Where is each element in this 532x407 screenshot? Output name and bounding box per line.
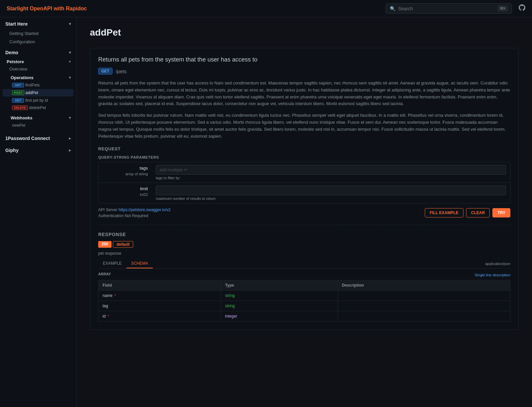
search-icon: 🔍 [390,6,396,11]
single-line-description-link[interactable]: Single line description [475,273,510,277]
chevron-down-icon-operations: ▾ [69,75,71,80]
sidebar-section-demo[interactable]: Demo ▾ [0,46,76,58]
delete-badge: DELETE [12,105,28,110]
layout: Start Here ▾ Getting Started Configurati… [0,17,532,407]
try-button[interactable]: TRY [492,208,510,217]
schema-type-name: string [221,291,338,301]
sidebar-op-findPetById[interactable]: GET find pet by id [0,97,76,104]
schema-desc-name [338,291,510,301]
schema-row-tag: tag string [99,301,510,311]
post-badge: POST [12,90,24,95]
chevron-right-icon-giphy: ▸ [69,148,71,153]
sidebar-section-giphy[interactable]: Giphy ▸ [0,144,76,156]
get-badge-2: GET [12,98,24,103]
auth-label: Authentication [98,213,125,218]
response-tabs: EXAMPLE SCHEMA [98,259,153,268]
sidebar-item-configuration[interactable]: Configuration [0,38,76,46]
schema-col-type: Type [221,280,338,291]
param-name-tags: tags [103,166,148,171]
api-server-url[interactable]: https://petstore.swagger.io/v2 [119,207,170,212]
sidebar-op-deletePet[interactable]: DELETE deletePet [0,104,76,111]
endpoint-method-badge: GET [98,68,113,74]
sidebar-item-petstore[interactable]: Petstore ▾ [0,58,76,65]
schema-col-description: Description [338,280,510,291]
tab-schema[interactable]: SCHEMA [127,259,153,268]
param-row-tags: tags array of string tags to filter by [99,162,510,183]
response-status-badges: 200 default [98,241,510,248]
sidebar: Start Here ▾ Getting Started Configurati… [0,17,77,407]
sidebar-item-overview[interactable]: Overview [0,65,76,73]
endpoint-path: /pets [116,68,127,74]
param-row-limit: limit int32 maximum number of results to… [99,183,510,203]
header: Starlight OpenAPI with Rapidoc 🔍 ⌘K [0,0,532,17]
status-badge-200[interactable]: 200 [98,241,112,248]
schema-field-tag: tag [99,301,221,311]
search-input[interactable] [398,6,495,11]
sidebar-op-findPets[interactable]: GET findPets [0,81,76,89]
sidebar-webhook-newPet[interactable]: newPet [0,122,76,129]
chevron-right-icon-1password: ▸ [69,136,71,141]
sidebar-section-start-here-label: Start Here [5,21,28,27]
sidebar-section-start-here[interactable]: Start Here ▾ [0,17,76,29]
get-badge: GET [12,83,24,87]
request-section-title: REQUEST [98,146,510,151]
schema-desc-id [338,311,510,322]
clear-button[interactable]: CLEAR [466,208,490,217]
schema-field-name: name * [99,291,221,301]
search-bar[interactable]: 🔍 ⌘K [386,3,512,14]
status-badge-default[interactable]: default [113,241,133,248]
response-section-title: RESPONSE [98,232,510,237]
section-heading: Returns all pets from the system that th… [98,56,510,63]
param-hint-limit: maximum number of results to return [156,197,506,201]
endpoint-row: GET /pets [98,68,510,74]
chevron-down-icon-webhooks: ▾ [69,116,71,120]
api-section-card: Returns all pets from the system that th… [90,48,519,330]
sidebar-section-demo-label: Demo [5,50,18,55]
section-divider [98,225,510,225]
github-icon[interactable] [519,4,525,13]
fill-example-button[interactable]: FILL EXAMPLE [425,208,463,217]
schema-type-id: integer [221,311,338,322]
tab-example[interactable]: EXAMPLE [98,259,127,268]
schema-field-id: id * [99,311,221,322]
param-input-tags[interactable] [156,165,506,175]
response-tab-row: EXAMPLE SCHEMA application/json [98,259,510,269]
keyboard-shortcut-hint: ⌘K [498,6,508,11]
sidebar-section-1password[interactable]: 1Password Connect ▸ [0,132,76,144]
chevron-down-icon-demo: ▾ [69,50,71,55]
description-paragraph-2: Sed tempus felis lobortis leo pulvinar r… [98,112,510,140]
param-input-limit[interactable] [156,186,506,195]
sidebar-item-getting-started[interactable]: Getting Started [0,29,76,38]
schema-row-name: name * string [99,291,510,301]
sidebar-operations-header[interactable]: Operations ▾ [0,73,76,81]
api-server-info: API Server https://petstore.swagger.io/v… [98,207,170,218]
param-hint-tags: tags to filter by [156,176,506,180]
sidebar-webhooks-header[interactable]: Webhooks ▾ [0,113,76,122]
param-type-limit: int32 [140,193,148,197]
param-name-limit: limit [103,186,148,191]
auth-value: Not Required [125,213,148,218]
sidebar-op-addPet[interactable]: POST addPet [3,89,74,96]
api-server-label: API Server [98,207,119,212]
query-params-title: QUERY-STRING PARAMETERS [98,155,510,159]
schema-type-tag: string [221,301,338,311]
schema-col-field: Field [99,280,221,291]
content-type-label: application/json [485,262,510,266]
description-paragraph-1: Returns all pets from the system that th… [98,80,510,107]
api-server-row: API Server https://petstore.swagger.io/v… [98,207,510,218]
response-description: pet response [98,251,510,256]
array-badge: ARRAY [98,272,111,276]
api-action-buttons: FILL EXAMPLE CLEAR TRY [425,208,510,217]
main-content: addPet Returns all pets from the system … [77,17,532,407]
page-title: addPet [90,27,519,38]
site-title: Starlight OpenAPI with Rapidoc [7,6,87,12]
schema-desc-tag [338,301,510,311]
schema-table: Field Type Description name * string [98,280,510,322]
schema-row-id: id * integer [99,311,510,322]
param-type-tags: array of string [126,172,148,176]
query-params-table: tags array of string tags to filter by l… [98,162,510,204]
chevron-down-icon: ▾ [69,22,71,26]
chevron-down-icon-petstore: ▾ [69,60,71,64]
